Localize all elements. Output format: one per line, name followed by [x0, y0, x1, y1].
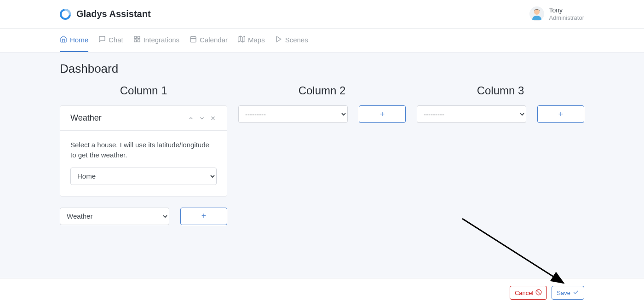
svg-rect-3 — [134, 36, 137, 39]
weather-card-actions — [187, 115, 217, 122]
play-icon — [275, 35, 282, 44]
nav-maps[interactable]: Maps — [238, 29, 265, 52]
user-role: Administrator — [549, 14, 584, 22]
nav-scenes[interactable]: Scenes — [275, 29, 308, 52]
page-title: Dashboard — [60, 62, 584, 76]
svg-marker-11 — [238, 36, 245, 42]
user-name: Tony — [549, 6, 584, 14]
brand-title: Gladys Assistant — [76, 9, 151, 19]
column-1-title: Column 1 — [60, 84, 227, 97]
nav-scenes-label: Scenes — [285, 36, 308, 44]
svg-rect-6 — [134, 40, 137, 42]
nav-bar: Home Chat Integrations Calendar Maps — [0, 29, 644, 52]
svg-rect-7 — [190, 37, 196, 42]
nav-maps-label: Maps — [248, 36, 265, 44]
plus-icon: + — [380, 110, 385, 119]
user-menu[interactable]: Tony Administrator — [529, 6, 584, 21]
nav-calendar[interactable]: Calendar — [190, 29, 228, 52]
brand[interactable]: Gladys Assistant — [60, 9, 151, 20]
column-1-add-row: Weather + — [60, 208, 227, 225]
weather-card: Weather Select a house. I w — [60, 105, 227, 197]
column-2: Column 2 --------- + — [238, 84, 406, 123]
columns: Column 1 Weather — [60, 84, 584, 225]
svg-rect-4 — [138, 36, 140, 39]
chat-icon — [98, 35, 106, 44]
grid-icon — [133, 35, 141, 44]
column-2-widget-select[interactable]: --------- — [238, 105, 348, 123]
plus-icon: + — [201, 211, 207, 221]
svg-marker-14 — [276, 36, 281, 42]
nav-calendar-label: Calendar — [200, 36, 228, 44]
column-3-add-button[interactable]: + — [537, 105, 584, 123]
nav-chat-label: Chat — [109, 36, 123, 44]
main-container: Dashboard Column 1 Weather — [0, 52, 644, 271]
plus-icon: + — [558, 110, 564, 119]
weather-card-title: Weather — [70, 113, 102, 123]
column-2-title: Column 2 — [238, 84, 406, 97]
move-up-icon[interactable] — [187, 115, 195, 122]
weather-card-description: Select a house. I will use its latitude/… — [70, 140, 217, 160]
weather-card-header: Weather — [60, 106, 227, 131]
column-1-widget-select[interactable]: Weather — [60, 208, 169, 225]
home-icon — [60, 35, 67, 44]
weather-card-body: Select a house. I will use its latitude/… — [60, 131, 227, 196]
column-3: Column 3 --------- + — [417, 84, 584, 123]
close-icon[interactable] — [209, 115, 217, 122]
map-icon — [238, 35, 245, 44]
user-text: Tony Administrator — [549, 6, 584, 21]
nav-home[interactable]: Home — [60, 29, 88, 52]
nav-integrations[interactable]: Integrations — [133, 29, 179, 52]
move-down-icon[interactable] — [198, 115, 206, 122]
nav-chat[interactable]: Chat — [98, 29, 123, 52]
svg-rect-5 — [138, 40, 140, 42]
column-3-title: Column 3 — [417, 84, 584, 97]
house-select[interactable]: Home — [70, 168, 217, 185]
column-3-add-row: --------- + — [417, 105, 584, 123]
nav-home-label: Home — [70, 36, 88, 44]
avatar — [529, 6, 544, 21]
column-2-add-button[interactable]: + — [359, 105, 406, 123]
column-2-add-row: --------- + — [238, 105, 406, 123]
column-1: Column 1 Weather — [60, 84, 227, 225]
column-3-widget-select[interactable]: --------- — [417, 105, 526, 123]
calendar-icon — [190, 35, 197, 44]
top-header: Gladys Assistant Tony Administrator — [0, 0, 644, 29]
nav-integrations-label: Integrations — [144, 36, 179, 44]
logo-icon — [60, 9, 71, 20]
column-1-add-button[interactable]: + — [180, 208, 227, 225]
svg-point-2 — [534, 9, 540, 15]
